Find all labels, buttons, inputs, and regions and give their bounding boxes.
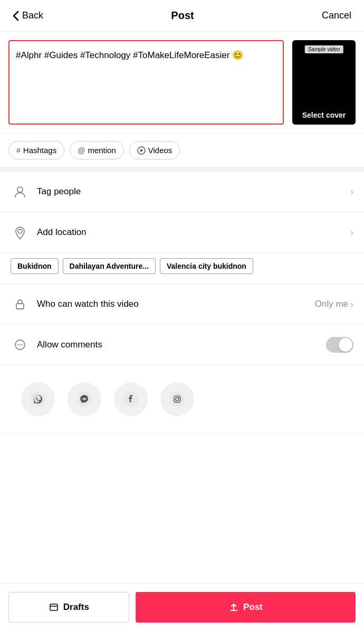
hashtag-icon: #: [16, 146, 21, 155]
svg-marker-1: [140, 149, 143, 152]
page-title: Post: [171, 10, 194, 22]
cover-thumbnail[interactable]: Sample video Select cover: [292, 40, 356, 125]
location-tag-valencia[interactable]: Valencia city bukidnon: [160, 258, 253, 274]
caption-area: #Alphr #Guides #Technology #ToMakeLifeMo…: [0, 32, 364, 134]
tag-pills-row: # Hashtags @ mention Videos: [0, 134, 364, 167]
videos-pill[interactable]: Videos: [129, 141, 180, 159]
drafts-icon: [49, 602, 59, 613]
tag-people-row[interactable]: Tag people ›: [0, 172, 364, 212]
instagram-share-button[interactable]: [160, 382, 194, 416]
facebook-share-button[interactable]: [114, 382, 148, 416]
back-label: Back: [22, 10, 43, 21]
svg-point-6: [17, 344, 18, 345]
hashtags-label: Hashtags: [23, 146, 56, 155]
svg-point-15: [179, 397, 180, 398]
select-cover-button[interactable]: Select cover: [292, 106, 356, 125]
location-tag-bukidnon[interactable]: Bukidnon: [11, 258, 59, 274]
tag-people-label: Tag people: [37, 186, 350, 197]
drafts-label: Drafts: [63, 602, 89, 613]
allow-comments-row: Allow comments: [0, 325, 364, 365]
svg-point-9: [31, 392, 45, 407]
add-location-label: Add location: [37, 227, 350, 238]
location-tag-dahilayan[interactable]: Dahilayan Adventure...: [63, 258, 156, 274]
caption-input[interactable]: #Alphr #Guides #Technology #ToMakeLifeMo…: [8, 40, 284, 125]
allow-comments-label: Allow comments: [37, 340, 181, 350]
lock-icon: [11, 295, 30, 314]
section-divider: [0, 167, 364, 172]
post-button[interactable]: Post: [136, 592, 356, 623]
chevron-right-icon-3: ›: [350, 299, 353, 310]
svg-point-8: [22, 344, 23, 345]
who-can-watch-label: Who can watch this video: [37, 299, 315, 309]
mention-label: mention: [88, 146, 116, 155]
bottom-action-bar: Drafts Post: [0, 583, 364, 631]
play-icon: [137, 146, 146, 155]
at-icon: @: [78, 146, 85, 155]
person-icon: [11, 182, 30, 201]
post-label: Post: [243, 602, 263, 613]
videos-label: Videos: [148, 146, 173, 155]
svg-point-10: [77, 392, 92, 407]
svg-point-12: [170, 392, 185, 407]
location-icon: [11, 223, 30, 242]
allow-comments-toggle[interactable]: [326, 337, 353, 353]
messenger-share-button[interactable]: [68, 382, 101, 416]
svg-rect-16: [50, 604, 58, 610]
who-can-watch-value: Only me: [315, 299, 348, 309]
add-location-row[interactable]: Add location ›: [0, 212, 364, 253]
chevron-right-icon-2: ›: [350, 227, 353, 238]
post-upload-icon: [228, 602, 239, 613]
sample-video-label: Sample video: [305, 45, 343, 53]
mention-pill[interactable]: @ mention: [70, 141, 124, 159]
header: Back Post Cancel: [0, 0, 364, 32]
share-icons-row: [0, 365, 364, 434]
comment-icon: [11, 335, 30, 354]
back-button[interactable]: Back: [13, 10, 43, 21]
svg-rect-4: [16, 304, 24, 309]
location-tags-row: Bukidnon Dahilayan Adventure... Valencia…: [0, 253, 364, 284]
svg-point-2: [17, 187, 23, 192]
who-can-watch-row[interactable]: Who can watch this video Only me ›: [0, 284, 364, 325]
chevron-right-icon: ›: [350, 186, 353, 197]
drafts-button[interactable]: Drafts: [8, 592, 129, 623]
hashtags-pill[interactable]: # Hashtags: [8, 141, 64, 159]
whatsapp-share-button[interactable]: [21, 382, 55, 416]
cancel-button[interactable]: Cancel: [322, 10, 351, 21]
bottom-spacer: [0, 434, 364, 481]
svg-point-7: [20, 344, 21, 345]
toggle-knob: [339, 338, 352, 352]
caption-text: #Alphr #Guides #Technology #ToMakeLifeMo…: [16, 50, 243, 60]
svg-point-3: [18, 229, 22, 233]
